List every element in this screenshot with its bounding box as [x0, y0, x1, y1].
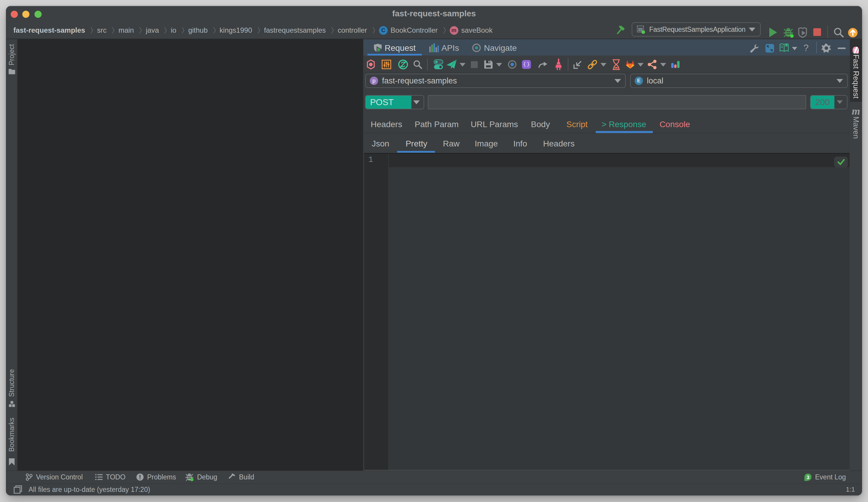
svg-text:3: 3 — [806, 474, 809, 480]
